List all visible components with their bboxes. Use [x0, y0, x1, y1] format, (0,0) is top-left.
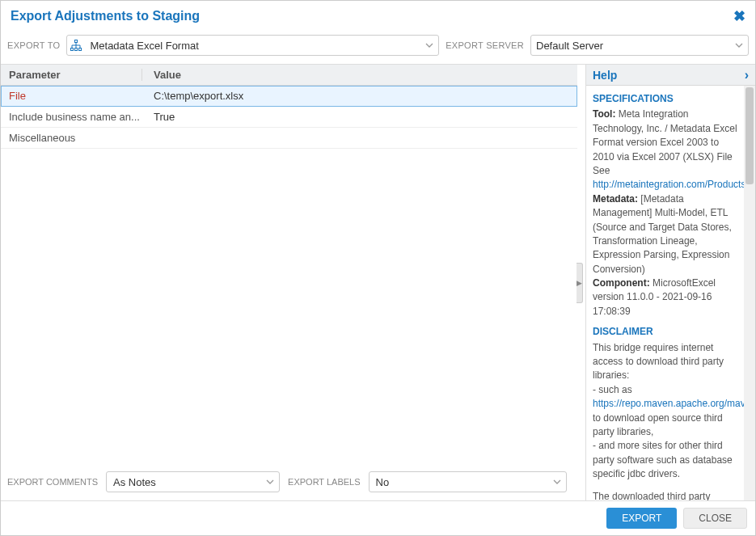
help-title: Help	[593, 69, 617, 82]
grid-header: Parameter Value	[1, 65, 577, 86]
help-text: - such as https://repo.maven.apache.org/…	[593, 383, 739, 440]
svg-rect-0	[75, 40, 78, 43]
format-icon	[67, 40, 85, 51]
help-text: Component: MicrosoftExcel version 11.0.0…	[593, 276, 739, 319]
help-text: - and more sites for other third party s…	[593, 439, 739, 481]
help-section-title: SPECIFICATIONS	[593, 92, 739, 106]
chevron-down-icon	[730, 41, 748, 50]
scrollbar-thumb[interactable]	[745, 87, 754, 184]
help-text: The downloaded third party libraries are…	[593, 490, 739, 500]
export-server-label: EXPORT SERVER	[446, 40, 524, 50]
export-labels-combo[interactable]: No	[369, 471, 567, 492]
svg-rect-1	[71, 49, 74, 51]
help-pane: Help › SPECIFICATIONS Tool: Meta Integra…	[585, 65, 755, 500]
help-section-title: DISCLAIMER	[593, 325, 739, 339]
help-link[interactable]: https://repo.maven.apache.org/maven	[593, 398, 744, 409]
table-row[interactable]: Miscellaneous	[1, 128, 577, 149]
help-text: Metadata: [Metadata Management] Multi-Mo…	[593, 192, 739, 276]
svg-rect-2	[75, 49, 78, 51]
chevron-down-icon	[548, 478, 566, 487]
dialog-title: Export Adjustments to Staging	[11, 9, 200, 23]
help-text: This bridge requires internet access to …	[593, 341, 739, 383]
export-server-value: Default Server	[531, 40, 730, 52]
bottom-controls: EXPORT COMMENTS As Notes EXPORT LABELS N…	[1, 463, 577, 500]
top-row: EXPORT TO Metadata Excel Format EXPORT S…	[1, 35, 755, 64]
svg-rect-3	[79, 49, 82, 51]
export-to-label: EXPORT TO	[7, 40, 60, 50]
close-button[interactable]: CLOSE	[683, 508, 747, 529]
table-row[interactable]: File C:\temp\export.xlsx	[1, 86, 577, 107]
scrollbar[interactable]	[744, 86, 755, 500]
export-comments-label: EXPORT COMMENTS	[7, 477, 98, 487]
export-to-combo[interactable]: Metadata Excel Format	[66, 35, 439, 56]
titlebar: Export Adjustments to Staging ✖	[1, 1, 755, 35]
export-comments-combo[interactable]: As Notes	[106, 471, 280, 492]
chevron-down-icon	[420, 41, 438, 50]
col-parameter-header[interactable]: Parameter	[1, 69, 142, 81]
col-value-header[interactable]: Value	[142, 69, 577, 81]
grid-body: File C:\temp\export.xlsx Include busines…	[1, 86, 577, 463]
help-text: Tool: Meta Integration Technology, Inc. …	[593, 108, 739, 164]
param-cell: Miscellaneous	[1, 132, 142, 144]
help-text: See http://metaintegration.com/Products/	[593, 164, 739, 192]
chevron-right-icon: ›	[745, 68, 749, 82]
value-cell: True	[142, 111, 577, 123]
export-dialog: Export Adjustments to Staging ✖ EXPORT T…	[0, 0, 756, 536]
chevron-down-icon	[261, 478, 279, 487]
chevron-right-icon: ▶	[577, 263, 583, 303]
value-cell: C:\temp\export.xlsx	[142, 90, 577, 102]
left-pane: Parameter Value File C:\temp\export.xlsx…	[1, 65, 577, 500]
help-header[interactable]: Help ›	[586, 65, 755, 86]
param-cell: Include business name an...	[1, 111, 142, 123]
help-body: SPECIFICATIONS Tool: Meta Integration Te…	[586, 86, 744, 500]
footer: EXPORT CLOSE	[1, 501, 755, 535]
close-icon[interactable]: ✖	[733, 7, 745, 25]
export-to-value: Metadata Excel Format	[85, 40, 420, 52]
export-server-combo[interactable]: Default Server	[530, 35, 749, 56]
splitter[interactable]: ▶	[577, 65, 585, 500]
param-cell: File	[1, 90, 142, 102]
export-comments-value: As Notes	[107, 476, 261, 488]
help-body-wrap: SPECIFICATIONS Tool: Meta Integration Te…	[586, 86, 755, 500]
table-row[interactable]: Include business name an... True	[1, 107, 577, 128]
export-labels-label: EXPORT LABELS	[288, 477, 360, 487]
help-link[interactable]: http://metaintegration.com/Products/	[593, 179, 744, 190]
export-labels-value: No	[370, 476, 548, 488]
body: Parameter Value File C:\temp\export.xlsx…	[1, 64, 755, 501]
export-button[interactable]: EXPORT	[606, 508, 677, 529]
